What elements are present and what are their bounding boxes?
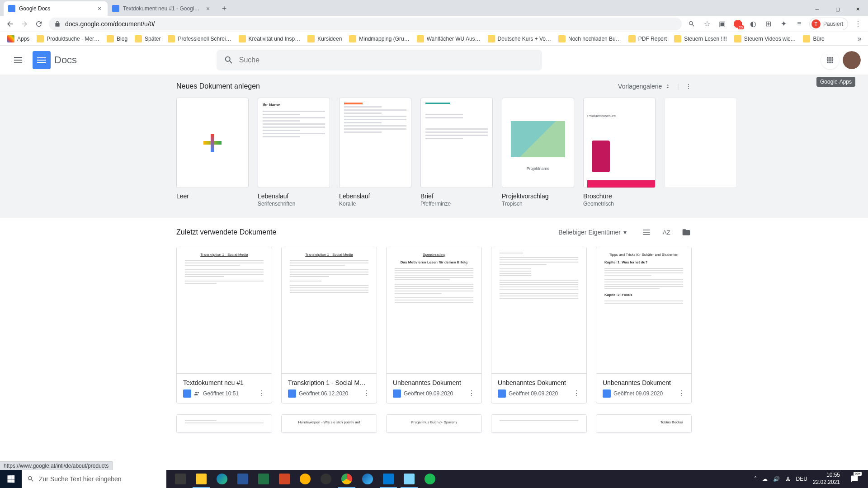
doc-more-button[interactable]: ⋮ — [573, 389, 580, 398]
adblock-icon[interactable]: 🛑20 — [731, 17, 745, 31]
docs-logo-icon[interactable] — [33, 51, 51, 69]
doc-card[interactable]: Transkription 1 - Social Media Transkrip… — [281, 247, 377, 404]
bookmark-item[interactable]: Büro — [799, 35, 828, 42]
address-bar[interactable]: docs.google.com/document/u/0/ — [49, 18, 682, 30]
template-thumb[interactable]: Produktbroschüre — [583, 98, 656, 188]
template-letter[interactable]: Brief Pfefferminze — [420, 98, 493, 207]
doc-card[interactable]: Frugalimus Buch (+ Sparen) — [386, 414, 482, 433]
template-blank[interactable]: Leer — [176, 98, 249, 207]
search-box[interactable] — [217, 50, 542, 70]
main-menu-button[interactable] — [7, 49, 29, 71]
search-input[interactable] — [239, 56, 535, 64]
doc-more-button[interactable]: ⋮ — [468, 389, 475, 398]
bookmark-item[interactable]: Mindmapping (Gru… — [345, 35, 413, 42]
taskbar-clock[interactable]: 10:55 22.02.2021 — [813, 472, 840, 486]
doc-card[interactable]: Hundewelpen - Wie sie sich positiv auf — [281, 414, 377, 433]
sort-button[interactable]: AZ — [661, 227, 672, 238]
template-thumb[interactable] — [176, 98, 249, 188]
bookmark-item[interactable]: Blog — [103, 35, 131, 42]
forward-button[interactable] — [17, 17, 32, 31]
template-thumb[interactable] — [339, 98, 411, 188]
template-thumb[interactable]: Projektname — [502, 98, 574, 188]
reading-list-icon[interactable]: ≡ — [792, 17, 807, 31]
tray-volume-icon[interactable]: 🔊 — [773, 476, 780, 482]
taskbar-spotify[interactable] — [420, 470, 440, 488]
bookmark-item[interactable]: Produktsuche - Mer… — [33, 35, 103, 42]
chrome-menu-button[interactable]: ⋮ — [851, 17, 865, 31]
notifications-button[interactable]: 99+ — [845, 470, 863, 488]
bookmark-item[interactable]: Noch hochladen Bu… — [555, 35, 625, 42]
doc-card[interactable]: Tipps und Tricks für Schüler und Student… — [596, 247, 692, 404]
browser-tab-1[interactable]: Google Docs × — [4, 1, 108, 16]
taskbar-app[interactable] — [378, 470, 399, 488]
template-thumb[interactable] — [420, 98, 493, 188]
templates-more-button[interactable]: ⋮ — [685, 83, 692, 90]
templates-header: Neues Dokument anlegen Vorlagengalerie |… — [176, 82, 692, 90]
bookmark-item[interactable]: Kreativität und Insp… — [235, 35, 304, 42]
bookmark-item[interactable]: Wahlfächer WU Aus… — [413, 35, 484, 42]
taskbar-notepad[interactable] — [399, 470, 420, 488]
doc-card[interactable]: Unbenanntes Dokument Geöffnet 09.09.2020… — [491, 247, 587, 404]
extension-icon[interactable]: ⊞ — [761, 17, 776, 31]
back-button[interactable] — [3, 17, 17, 31]
start-button[interactable] — [0, 470, 22, 488]
taskbar-chrome[interactable] — [336, 470, 357, 488]
bookmarks-overflow[interactable]: » — [855, 35, 864, 43]
list-view-button[interactable] — [641, 227, 652, 238]
template-thumb[interactable]: Ihr Name — [258, 98, 330, 188]
minimize-button[interactable]: ─ — [807, 2, 827, 16]
browser-tab-2[interactable]: Textdokument neu #1 - Google D × — [108, 1, 216, 16]
tray-onedrive-icon[interactable]: ☁ — [762, 476, 768, 482]
close-button[interactable]: ✕ — [848, 2, 868, 16]
taskbar-obs[interactable] — [316, 470, 336, 488]
doc-card[interactable] — [176, 414, 272, 433]
bookmark-item[interactable]: Professionell Schrei… — [164, 35, 235, 42]
task-view-button[interactable] — [170, 470, 191, 488]
tray-network-icon[interactable]: 🖧 — [785, 476, 791, 482]
template-project[interactable]: Projektname Projektvorschlag Tropisch — [502, 98, 574, 207]
doc-card[interactable]: Transkription 1 - Social Media Textdokum… — [176, 247, 272, 404]
folder-button[interactable] — [681, 227, 692, 238]
template-brochure[interactable]: Produktbroschüre Broschüre Geometrisch — [583, 98, 656, 207]
doc-card[interactable]: Tobias Becker — [596, 414, 692, 433]
reload-button[interactable] — [32, 17, 46, 31]
doc-card[interactable]: Speedreading Das Motivieren Lesen für de… — [386, 247, 482, 404]
zoom-icon[interactable] — [684, 17, 699, 31]
template-resume-1[interactable]: Ihr Name Lebenslauf Serifenschriften — [258, 98, 330, 207]
doc-card[interactable] — [491, 414, 587, 433]
bookmark-item[interactable]: Steuern Videos wic… — [731, 35, 800, 42]
template-resume-2[interactable]: Lebenslauf Koralle — [339, 98, 411, 207]
maximize-button[interactable]: ▢ — [827, 2, 848, 16]
taskbar-powerpoint[interactable] — [274, 470, 295, 488]
close-icon[interactable]: × — [204, 5, 212, 12]
tray-language[interactable]: DEU — [796, 476, 807, 482]
extension-icon[interactable]: ◐ — [746, 17, 760, 31]
account-avatar[interactable] — [843, 51, 861, 69]
doc-more-button[interactable]: ⋮ — [363, 389, 370, 398]
profile-paused-chip[interactable]: T Pausiert — [809, 18, 848, 30]
owner-filter-dropdown[interactable]: Beliebiger Eigentümer ▾ — [558, 229, 627, 236]
extension-qr-icon[interactable]: ▣ — [715, 17, 730, 31]
doc-more-button[interactable]: ⋮ — [258, 389, 265, 398]
taskbar-search[interactable]: Zur Suche Text hier eingeben — [22, 470, 166, 488]
taskbar-app[interactable] — [295, 470, 316, 488]
bookmark-item[interactable]: Deutsche Kurs + Vo… — [484, 35, 555, 42]
tray-chevron-up-icon[interactable]: ˄ — [754, 476, 757, 482]
bookmark-item[interactable]: Später — [131, 35, 164, 42]
template-gallery-button[interactable]: Vorlagengalerie — [618, 83, 671, 90]
close-icon[interactable]: × — [96, 5, 103, 12]
taskbar-edge[interactable] — [212, 470, 232, 488]
bookmark-item[interactable]: PDF Report — [625, 35, 670, 42]
extensions-puzzle-icon[interactable]: ✦ — [777, 17, 791, 31]
bookmark-item[interactable]: Steuern Lesen !!!! — [670, 35, 731, 42]
bookmark-star-icon[interactable]: ☆ — [700, 17, 714, 31]
bookmark-apps[interactable]: Apps — [4, 35, 33, 42]
taskbar-explorer[interactable] — [191, 470, 212, 488]
taskbar-word[interactable] — [232, 470, 253, 488]
taskbar-edge-chromium[interactable] — [357, 470, 378, 488]
google-apps-button[interactable] — [821, 51, 839, 69]
taskbar-excel[interactable] — [253, 470, 274, 488]
new-tab-button[interactable]: + — [218, 2, 231, 15]
bookmark-item[interactable]: Kursideen — [304, 35, 345, 42]
doc-more-button[interactable]: ⋮ — [678, 389, 685, 398]
